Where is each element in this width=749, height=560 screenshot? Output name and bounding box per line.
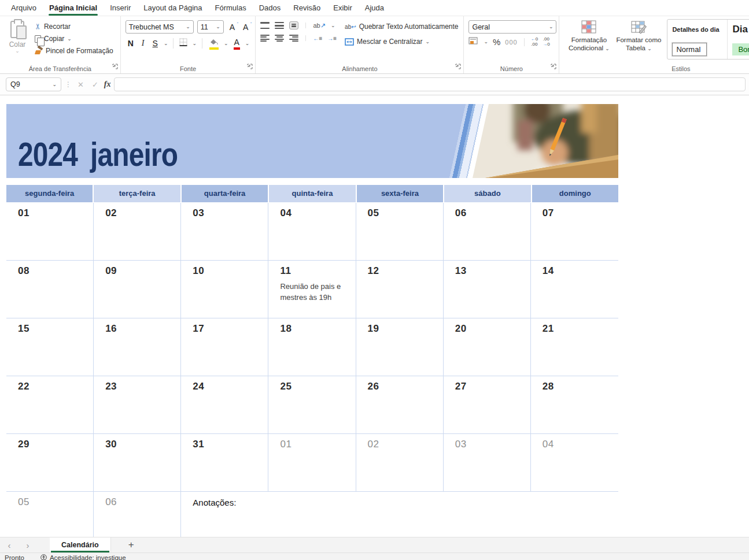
calendar-cell[interactable]: 26 [356,376,444,434]
borders-button[interactable] [179,38,189,49]
calendar-cell[interactable]: 06 [94,492,181,537]
notes-cell[interactable]: Anotações: [181,492,618,537]
tab-ajuda[interactable]: Ajuda [359,1,390,16]
calendar-cell[interactable]: 04 [531,434,618,492]
calendar-cell[interactable]: 13 [444,261,531,318]
calendar-cell[interactable]: 17 [181,318,268,376]
conditional-formatting-button[interactable]: FormataçãoCondicional ⌄ [564,19,614,53]
weekday-header[interactable]: quinta-feira [269,185,355,202]
dialog-launcher-icon[interactable] [455,61,461,72]
calendar-cell[interactable]: 29 [6,434,94,492]
formula-input[interactable] [114,77,746,91]
tab-revisao[interactable]: Revisão [287,1,327,16]
calendar-cell[interactable]: 05 [356,203,444,261]
calendar-cell[interactable]: 27 [444,376,531,434]
number-format-select[interactable]: Geral ⌄ [468,20,556,34]
calendar-cell[interactable]: 28 [531,376,618,434]
calendar-cell[interactable]: 31 [181,434,268,492]
tab-exibir[interactable]: Exibir [327,1,359,16]
calendar-cell[interactable]: 08 [6,261,94,318]
style-chip-normal[interactable]: Normal [667,39,728,59]
orientation-button[interactable]: ab↗ [313,22,325,29]
align-center-button[interactable] [275,34,284,42]
calendar-cell[interactable]: 19 [356,318,444,376]
fill-color-button[interactable] [208,37,220,50]
calendar-cell[interactable]: 12 [356,261,444,318]
resize-handle[interactable]: ⋮ [65,80,72,88]
decrease-decimal-button[interactable]: .00→0 [543,37,549,47]
prev-sheet-button[interactable]: ‹ [0,537,19,552]
italic-button[interactable]: I [139,38,147,49]
calendar-cell[interactable]: 21 [531,318,618,376]
tab-layout-da-pagina[interactable]: Layout da Página [137,1,208,16]
align-middle-button[interactable] [275,21,284,29]
calendar-cell[interactable]: 24 [181,376,268,434]
calendar-cell[interactable]: 16 [94,318,181,376]
increase-font-button[interactable]: A [227,22,237,32]
calendar-cell[interactable]: 10 [181,261,268,318]
format-as-table-button[interactable]: Formatar comoTabela ⌄ [614,19,663,53]
tab-arquivo[interactable]: Arquivo [5,1,43,16]
calendar-cell[interactable]: 02 [94,203,181,261]
increase-indent-button[interactable]: →≡ [327,35,337,42]
dialog-launcher-icon[interactable] [551,61,556,72]
merge-center-button[interactable]: Mesclar e Centralizar ⌄ [342,36,460,47]
accounting-format-button[interactable] [468,37,479,47]
name-box[interactable]: Q9 ⌄ [6,77,61,91]
weekday-header[interactable]: quarta-feira [182,185,268,202]
font-color-button[interactable]: A [232,37,242,50]
calendar-cell[interactable]: 14 [531,261,618,318]
add-sheet-button[interactable]: + [111,537,152,552]
percent-style-button[interactable]: % [493,37,500,47]
calendar-cell[interactable]: 18 [268,318,356,376]
weekday-header[interactable]: terça-feira [94,185,180,202]
weekday-header[interactable]: sexta-feira [357,185,443,202]
insert-function-button[interactable]: fx [104,80,111,89]
enter-button[interactable]: ✓ [90,80,101,89]
decrease-font-button[interactable]: A [241,22,250,32]
underline-button[interactable]: S [150,38,160,49]
calendar-cell[interactable]: 01 [6,203,94,261]
calendar-cell[interactable]: 04 [268,203,356,261]
copy-button[interactable]: Copiar ⌄ [32,34,116,44]
weekday-header[interactable]: sábado [444,185,530,202]
align-left-button[interactable] [260,34,270,42]
calendar-cell[interactable]: 30 [94,434,181,492]
calendar-cell[interactable]: 03 [444,434,531,492]
style-chip-dia[interactable]: Dia [728,20,749,39]
calendar-cell[interactable]: 22 [6,376,94,434]
weekday-header[interactable]: segunda-feira [6,185,93,202]
calendar-cell[interactable]: 20 [444,318,531,376]
font-name-select[interactable]: Trebuchet MS ⌄ [126,20,194,34]
decrease-indent-button[interactable]: ←≡ [313,35,322,42]
calendar-cell[interactable]: 15 [6,318,94,376]
calendar-cell[interactable]: 06 [444,203,531,261]
increase-decimal-button[interactable]: ←0.00 [531,37,538,47]
tab-formulas[interactable]: Fórmulas [209,1,253,16]
align-top-button[interactable] [260,21,270,29]
style-chip-bom[interactable]: Bom [728,39,749,59]
align-bottom-button[interactable] [289,21,298,29]
calendar-cell[interactable]: 05 [6,492,94,537]
dialog-launcher-icon[interactable] [112,61,118,72]
calendar-cell[interactable]: 01 [268,434,356,492]
worksheet-area[interactable]: 2024janeiro segunda-feiraterça-feiraquar… [0,95,749,537]
dialog-launcher-icon[interactable] [247,61,253,72]
tab-inserir[interactable]: Inserir [104,1,137,16]
comma-style-button[interactable]: 000 [505,39,517,46]
calendar-cell[interactable]: 23 [94,376,181,434]
sheet-tab-calendario[interactable]: Calendário [50,537,111,552]
font-size-select[interactable]: 11 ⌄ [197,20,224,34]
calendar-cell[interactable]: 02 [356,434,444,492]
calendar-cell[interactable]: 07 [531,203,618,261]
wrap-text-button[interactable]: ab↩ Quebrar Texto Automaticamente [342,21,460,32]
style-chip-detalhes-do-dia[interactable]: Detalhes do dia [667,20,728,39]
paste-button[interactable]: Colar ⌄ [5,19,30,54]
format-painter-button[interactable]: Pincel de Formatação [32,46,116,56]
calendar-cell[interactable]: 03 [181,203,268,261]
calendar-cell[interactable]: 11Reunião de pais e mestres às 19h [268,261,356,318]
weekday-header[interactable]: domingo [532,185,618,202]
tab-dados[interactable]: Dados [253,1,287,16]
calendar-cell[interactable]: 25 [268,376,356,434]
tab-pagina-inicial[interactable]: Página Inicial [43,1,104,16]
